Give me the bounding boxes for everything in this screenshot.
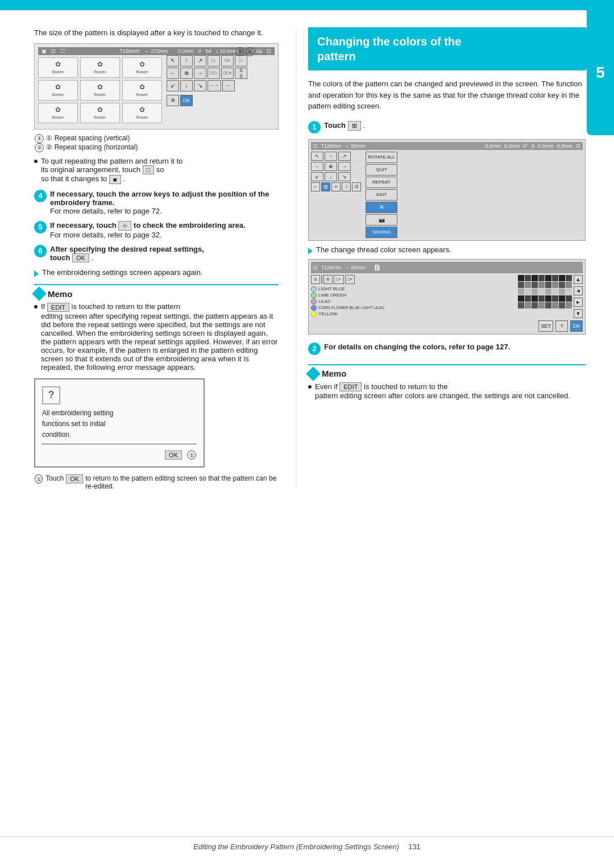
step-5-content: If necessary, touch ⊹ to check the embro… — [50, 221, 246, 239]
btn-sw[interactable]: ↙ — [167, 80, 179, 91]
nav-w[interactable]: ← — [311, 162, 323, 171]
nav-extra[interactable]: ⊡ — [352, 182, 361, 191]
btn-center[interactable]: ⊕ — [180, 68, 193, 79]
nav-s[interactable]: ↓ — [325, 172, 337, 181]
dialog-note-row: ① Touch OK to return to the pattern edit… — [34, 474, 279, 490]
nav-sw[interactable]: ↙ — [311, 172, 323, 181]
arr-left[interactable]: ◄ — [574, 286, 583, 295]
step-6-content: After specifying the desired repeat sett… — [50, 245, 204, 263]
nav-c[interactable]: ⊕ — [325, 162, 337, 171]
dialog-circle-1: ① — [187, 450, 196, 460]
nav-frame2[interactable]: ↕ — [342, 182, 351, 191]
btn-up[interactable]: ↑ — [180, 55, 193, 66]
nav-minus[interactable]: − — [311, 182, 320, 191]
btn-rotate-all[interactable]: ROTATE ALL — [366, 152, 397, 163]
nav-nw[interactable]: ↖ — [311, 152, 323, 161]
btn-color-active[interactable]: ⊞ — [366, 202, 397, 213]
memo-bullet-r1: Even if EDIT is touched to return to the… — [308, 382, 586, 400]
btn-sewing[interactable]: SEWING — [366, 227, 397, 238]
nav-se[interactable]: ↘ — [338, 172, 351, 181]
flower-2: ✿ flower — [80, 57, 120, 78]
btn-mr[interactable]: ↔ — [222, 80, 235, 91]
quit-text-block: To quit repeating the pattern and return… — [41, 157, 182, 184]
col-plus2[interactable]: □+ — [345, 275, 355, 284]
col-val: 0 — [311, 275, 320, 284]
step-r1-icon-box[interactable]: ⊞ — [348, 121, 361, 131]
section-heading: Changing the colors of the pattern — [308, 27, 586, 70]
step-6-bold: After specifying the desired repeat sett… — [50, 245, 204, 253]
top-accent-bar — [0, 0, 614, 10]
dialog-note-ok[interactable]: OK — [66, 474, 83, 483]
ctrl-row2: ← ⊕ → □□- □□+ 00 — [167, 68, 247, 79]
step-5-icon-box: ⊹ — [118, 221, 131, 231]
edit-box-left[interactable]: EDIT — [47, 303, 69, 312]
btn-ok[interactable]: OK — [180, 95, 193, 106]
nav-n[interactable]: ↑ — [325, 152, 337, 161]
ctrl-row4: ⊞ OK — [167, 95, 247, 106]
step-r2-circle: 2 — [308, 343, 321, 355]
btn-help[interactable]: ? — [555, 320, 568, 332]
arrow-icon — [34, 270, 39, 277]
ui-screen-right-2: ⊡ †126mm ↔ 83mm B 0 6 □− □+ — [308, 259, 586, 335]
intro-text: The size of the pattern is displayed aft… — [34, 27, 279, 39]
ui-r2-header: ⊡ †126mm ↔ 83mm B — [311, 262, 583, 273]
color-circle-3 — [311, 299, 317, 304]
nav-e[interactable]: → — [338, 162, 351, 171]
memo-text-r1: Even if EDIT is touched to return to the… — [315, 382, 570, 400]
nav-btn-grid: ↖ ↑ ↗ ← ⊕ → ↙ ↓ ↘ — [311, 152, 361, 181]
pc1 — [518, 275, 524, 281]
btn-set[interactable]: SET — [538, 320, 553, 332]
col-minus2[interactable]: □− — [334, 275, 344, 284]
arr-right[interactable]: ► — [574, 298, 583, 307]
nav-bottom-row: − ⊞ + ↕ ⊡ — [311, 182, 361, 191]
right-btns-col-1: ROTATE ALL QUIT REPEAT EDIT ⊞ 📷 SEWING — [366, 152, 397, 238]
step-6-note: The embroidering settings screen appears… — [34, 268, 279, 277]
question-mark-icon: ? — [42, 386, 60, 404]
btn-camera[interactable]: 📷 — [366, 214, 397, 226]
right-column: Changing the colors of the pattern The c… — [296, 27, 586, 490]
arr-down[interactable]: ▼ — [574, 309, 583, 318]
color-item-4: CORN FLOWER BLUE LIGHT LILAC — [311, 305, 516, 311]
step-6-row: 6 After specifying the desired repeat se… — [34, 245, 279, 263]
arr-up[interactable]: ▲ — [574, 275, 583, 284]
btn-val1: 00 — [235, 68, 247, 79]
step-r1-circle: 1 — [308, 121, 321, 133]
pattern-grid-area: ▲ ◄ ► ▼ — [518, 275, 583, 318]
btn-ne[interactable]: ↗ — [194, 55, 206, 66]
color-circle-4 — [311, 305, 317, 311]
btn-ok-2[interactable]: OK — [570, 320, 583, 332]
dialog-ok-row: OK ① — [42, 450, 197, 460]
btn-right[interactable]: → — [194, 68, 206, 79]
btn-expand2[interactable]: □+ — [221, 55, 234, 66]
btn-edit[interactable]: EDIT — [366, 189, 397, 201]
btn-mh[interactable]: □□- — [208, 68, 220, 79]
btn-se[interactable]: ↘ — [194, 80, 206, 91]
quit-instruction: To quit repeating the pattern and return… — [34, 157, 279, 184]
step-5-normal: For more details, refer to page 32. — [50, 231, 162, 239]
btn-reset[interactable]: ↖ — [167, 55, 179, 66]
btn-down[interactable]: ↓ — [180, 80, 193, 91]
nav-ne[interactable]: ↗ — [338, 152, 351, 161]
step-4-circle: 4 — [34, 190, 47, 202]
flower-9: ✿ flower — [122, 103, 162, 123]
btn-expand1[interactable]: □- — [208, 55, 220, 66]
btn-repeat[interactable]: REPEAT — [366, 177, 397, 188]
nav-color[interactable]: ⊞ — [321, 182, 330, 191]
btn-top[interactable]: □ — [235, 55, 247, 66]
btn-ph[interactable]: □□+ — [221, 68, 234, 79]
flower-3: ✿ flower — [122, 57, 162, 78]
btn-left[interactable]: ← — [167, 68, 179, 79]
flower-6: ✿ flower — [122, 80, 162, 101]
edit-box-right[interactable]: EDIT — [339, 382, 362, 391]
memo-box-left: Memo If EDIT is touched to return to the… — [34, 284, 279, 372]
dialog-ok-button[interactable]: OK — [165, 450, 182, 460]
memo-text-1: If EDIT is touched to return to the patt… — [41, 302, 279, 372]
btn-ml[interactable]: ←→ — [208, 80, 221, 91]
quit-box-2: ■ — [109, 175, 121, 184]
btn-quit[interactable]: QUIT — [366, 164, 397, 176]
btn-frame[interactable]: ⊞ — [167, 95, 179, 106]
step-r1-row: 1 Touch ⊞ . — [308, 121, 586, 133]
step-6-ok-box[interactable]: OK — [72, 253, 89, 262]
step-r1-content: Touch ⊞ . — [324, 121, 365, 131]
nav-plus[interactable]: + — [331, 182, 341, 191]
